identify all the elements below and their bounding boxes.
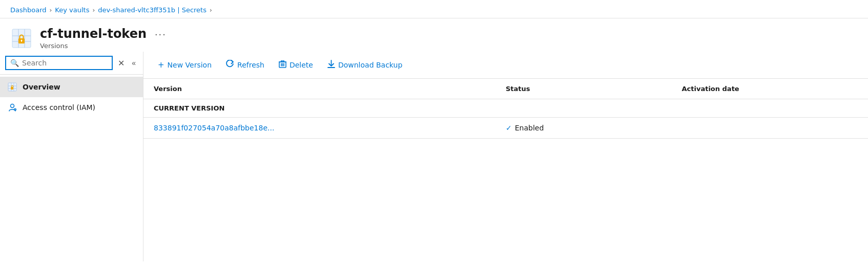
page-subtitle: Versions (40, 42, 170, 50)
sidebar-item-iam-label: Access control (IAM) (23, 103, 95, 112)
svg-point-14 (11, 104, 14, 108)
breadcrumb-sep-2: › (92, 7, 95, 14)
status-value: Enabled (515, 124, 544, 132)
breadcrumb-dashboard[interactable]: Dashboard (10, 6, 47, 14)
breadcrumb-secrets[interactable]: dev-shared-vltc3ff351b | Secrets (98, 6, 206, 14)
search-icon: 🔍 (10, 59, 19, 67)
col-header-version: Version (154, 85, 506, 93)
breadcrumb-sep-1: › (50, 7, 52, 14)
status-cell: ✓ Enabled (506, 124, 682, 132)
delete-label: Delete (290, 61, 313, 69)
delete-button[interactable]: Delete (273, 57, 319, 73)
download-icon (327, 60, 335, 70)
page-header: cf-tunnel-token ··· Versions (0, 18, 868, 52)
plus-icon: + (158, 60, 164, 70)
sidebar: 🔍 ✕ « Overview (0, 52, 143, 261)
search-collapse-button[interactable]: « (130, 59, 138, 67)
version-link[interactable]: 833891f027054a70a8afbbe18e... (154, 124, 274, 132)
version-value[interactable]: 833891f027054a70a8afbbe18e... (154, 124, 506, 132)
refresh-button[interactable]: Refresh (220, 57, 271, 73)
sidebar-item-overview-label: Overview (23, 83, 60, 91)
col-header-activation-date: Activation date (682, 85, 858, 93)
delete-icon (279, 60, 286, 70)
svg-rect-13 (11, 87, 13, 90)
svg-text:+: + (14, 108, 16, 110)
search-clear-button[interactable]: ✕ (116, 58, 127, 68)
search-input-wrapper: 🔍 (5, 56, 113, 70)
table-row[interactable]: 833891f027054a70a8afbbe18e... ✓ Enabled (143, 118, 868, 139)
check-icon: ✓ (506, 124, 512, 132)
overview-icon (7, 82, 17, 92)
refresh-icon (226, 60, 234, 70)
new-version-button[interactable]: + New Version (152, 57, 218, 73)
search-input[interactable] (22, 59, 108, 67)
refresh-label: Refresh (237, 61, 264, 69)
breadcrumb: Dashboard › Key vaults › dev-shared-vltc… (0, 0, 868, 18)
main-layout: 🔍 ✕ « Overview (0, 52, 868, 261)
breadcrumb-keyvaults[interactable]: Key vaults (55, 6, 89, 14)
search-bar: 🔍 ✕ « (0, 52, 143, 75)
page-icon (10, 27, 33, 50)
new-version-label: New Version (168, 61, 212, 69)
breadcrumb-sep-3: › (210, 7, 212, 14)
sidebar-item-iam[interactable]: + Access control (IAM) (0, 97, 143, 118)
table-area: Version Status Activation date CURRENT V… (143, 79, 868, 261)
sidebar-item-overview[interactable]: Overview (0, 77, 143, 97)
title-group: cf-tunnel-token ··· Versions (40, 27, 170, 50)
iam-icon: + (7, 102, 17, 113)
col-header-status: Status (506, 85, 682, 93)
svg-rect-7 (21, 40, 22, 42)
section-label-current: CURRENT VERSION (143, 99, 868, 118)
toolbar: + New Version Refresh (143, 52, 868, 79)
download-backup-button[interactable]: Download Backup (321, 57, 408, 73)
content-area: + New Version Refresh (143, 52, 868, 261)
more-options-button[interactable]: ··· (152, 27, 170, 41)
nav-list: Overview + Access control (IAM) (0, 75, 143, 120)
download-backup-label: Download Backup (338, 61, 402, 69)
page-title-text: cf-tunnel-token (40, 27, 147, 41)
table-header: Version Status Activation date (143, 79, 868, 99)
